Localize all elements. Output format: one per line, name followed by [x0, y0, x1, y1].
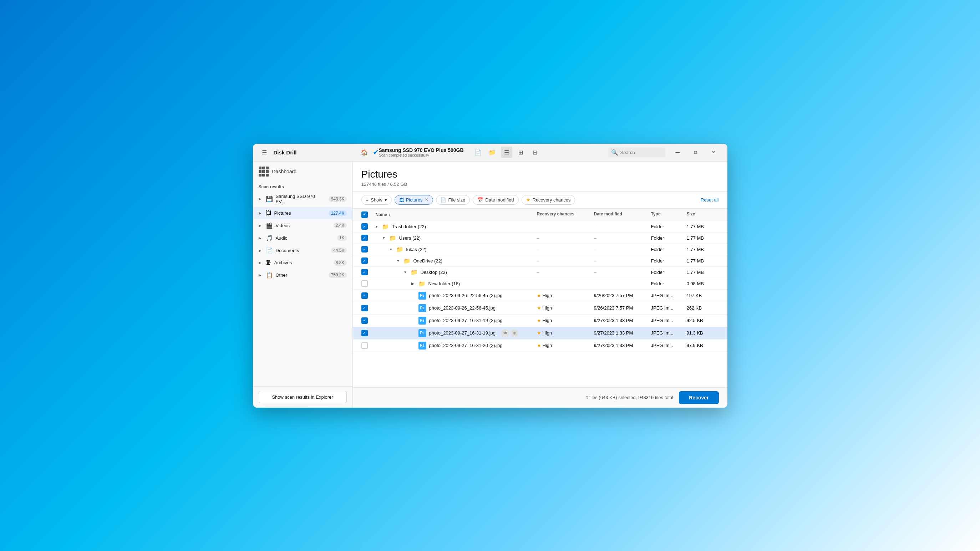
- row-checkbox[interactable]: [361, 305, 368, 311]
- table-row[interactable]: Ps photo_2023-09-26_22-56-45.jpg ★ High …: [353, 302, 727, 314]
- hamburger-menu-button[interactable]: ☰: [259, 146, 270, 158]
- expand-collapse-icon[interactable]: ▾: [390, 247, 392, 252]
- folder-icon: 📁: [404, 257, 410, 264]
- folder-icon: 📁: [410, 269, 418, 276]
- filter-bar: ≡ Show ▾ 🖼 Pictures ✕ 📄 File size 📅 Date…: [353, 192, 727, 209]
- window-body: Dashboard Scan results ▶ 💾 Samsung SSD 9…: [253, 162, 727, 408]
- ps-file-icon: Ps: [418, 304, 426, 312]
- row-checkbox[interactable]: [361, 269, 368, 275]
- table-row[interactable]: Ps photo_2023-09-27_16-31-19.jpg 👁 # ★ H…: [353, 327, 727, 340]
- sidebar-archives-label: Archives: [274, 260, 331, 265]
- size-val: 1.77 MB: [687, 258, 719, 264]
- row-checkbox[interactable]: [361, 318, 368, 324]
- pictures-filter-icon: 🖼: [399, 197, 404, 203]
- size-val: 97.9 KB: [687, 343, 719, 348]
- expand-collapse-icon[interactable]: ▶: [411, 281, 414, 286]
- split-view-button[interactable]: ⊟: [530, 146, 541, 158]
- sidebar-dashboard-item[interactable]: Dashboard: [253, 162, 352, 181]
- table-row[interactable]: Ps photo_2023-09-26_22-56-45 (2).jpg ★ H…: [353, 290, 727, 302]
- row-checkbox[interactable]: [361, 246, 368, 252]
- pictures-filter-remove[interactable]: ✕: [425, 197, 428, 202]
- file-size-icon: 📄: [441, 197, 446, 203]
- search-input[interactable]: [620, 150, 662, 155]
- date-val: 9/26/2023 7:57 PM: [594, 305, 651, 311]
- folder-icon-button[interactable]: 📁: [487, 146, 498, 158]
- sidebar-item-audio[interactable]: ▶ 🎵 Audio 1K: [253, 232, 352, 244]
- row-checkbox[interactable]: [361, 342, 368, 349]
- show-explorer-button[interactable]: Show scan results in Explorer: [259, 391, 347, 403]
- device-info: Samsung SSD 970 EVO Plus 500GB Scan comp…: [379, 147, 464, 157]
- hash-action-button[interactable]: #: [511, 329, 519, 337]
- date-modified-label: Date modified: [485, 197, 514, 203]
- reset-all-button[interactable]: Reset all: [701, 197, 719, 203]
- show-filter-button[interactable]: ≡ Show ▾: [361, 195, 392, 205]
- maximize-button[interactable]: □: [687, 146, 704, 158]
- sidebar-item-documents[interactable]: ▶ 📄 Documents 44.5K: [253, 244, 352, 257]
- file-name: photo_2023-09-26_22-56-45.jpg: [429, 305, 496, 311]
- name-column-header[interactable]: Name ↓: [375, 211, 537, 218]
- drive-icon: 💾: [266, 195, 273, 202]
- row-checkbox[interactable]: [361, 292, 368, 299]
- expand-collapse-icon[interactable]: ▾: [397, 259, 399, 263]
- row-checkbox[interactable]: [361, 223, 368, 230]
- date-val: 9/27/2023 1:33 PM: [594, 330, 651, 336]
- home-button[interactable]: 🏠: [358, 146, 370, 158]
- list-view-button[interactable]: ☰: [501, 146, 512, 158]
- file-table: Name ↓ Recovery chances Date modified Ty…: [353, 209, 727, 387]
- preview-action-button[interactable]: 👁: [501, 329, 509, 337]
- row-checkbox-col: [361, 280, 375, 287]
- row-checkbox[interactable]: [361, 330, 368, 336]
- recovery-chances-column-header: Recovery chances: [537, 211, 594, 218]
- table-row[interactable]: ▾ 📁 Desktop (22) – – Folder 1.77 MB: [353, 267, 727, 278]
- size-val: 1.77 MB: [687, 247, 719, 252]
- recovery-chances-filter-button[interactable]: ★ Recovery chances: [522, 195, 576, 205]
- close-button[interactable]: ✕: [705, 146, 722, 158]
- document-icon-button[interactable]: 📄: [473, 146, 484, 158]
- search-icon: 🔍: [611, 149, 618, 156]
- table-row[interactable]: ▾ 📁 lukas (22) – – Folder 1.77 MB: [353, 244, 727, 256]
- star-icon: ★: [537, 305, 541, 311]
- row-checkbox[interactable]: [361, 280, 368, 287]
- name-col-label: Name: [375, 212, 387, 217]
- file-name-cell: ▾ 📁 Desktop (22): [375, 269, 537, 276]
- type-column-header: Type: [651, 211, 687, 218]
- sidebar-item-pictures[interactable]: ▶ 🖼 Pictures 127.4K: [253, 207, 352, 219]
- size-val: 262 KB: [687, 305, 719, 311]
- table-row[interactable]: Ps photo_2023-09-27_16-31-20 (2).jpg ★ H…: [353, 340, 727, 352]
- row-checkbox-col: [361, 246, 375, 252]
- expand-collapse-icon[interactable]: ▾: [383, 236, 385, 240]
- table-row[interactable]: ▾ 📁 OneDrive (22) – – Folder 1.77 MB: [353, 256, 727, 267]
- table-row[interactable]: ▾ 📁 Trash folder (22) – – Folder 1.77 MB: [353, 221, 727, 232]
- date-val: 9/26/2023 7:57 PM: [594, 293, 651, 298]
- sidebar-item-samsung[interactable]: ▶ 💾 Samsung SSD 970 EV... 943.3K: [253, 191, 352, 207]
- page-title: Pictures: [361, 169, 719, 180]
- dashboard-label: Dashboard: [272, 169, 297, 175]
- scan-results-section-title: Scan results: [253, 181, 352, 191]
- search-box[interactable]: 🔍: [608, 148, 665, 157]
- select-all-checkbox[interactable]: [361, 211, 368, 218]
- row-checkbox[interactable]: [361, 235, 368, 241]
- expand-collapse-icon[interactable]: ▾: [404, 270, 406, 275]
- sidebar-item-videos[interactable]: ▶ 🎬 Videos 2.4K: [253, 219, 352, 232]
- expand-collapse-icon[interactable]: ▾: [375, 224, 378, 229]
- table-row[interactable]: ▶ 📁 New folder (16) – – Folder 0.98 MB: [353, 278, 727, 290]
- table-row[interactable]: Ps photo_2023-09-27_16-31-19 (2).jpg ★ H…: [353, 314, 727, 327]
- file-size-filter-button[interactable]: 📄 File size: [436, 195, 470, 205]
- sidebar-videos-label: Videos: [276, 223, 331, 228]
- minimize-button[interactable]: —: [670, 146, 686, 158]
- table-row[interactable]: ▾ 📁 Users (22) – – Folder 1.77 MB: [353, 232, 727, 244]
- star-icon: ★: [537, 293, 541, 298]
- row-checkbox[interactable]: [361, 257, 368, 264]
- recover-button[interactable]: Recover: [679, 391, 719, 404]
- pictures-filter-button[interactable]: 🖼 Pictures ✕: [395, 195, 433, 205]
- sidebar-audio-label: Audio: [276, 235, 334, 241]
- date-modified-icon: 📅: [477, 197, 483, 203]
- date-modified-filter-button[interactable]: 📅 Date modified: [473, 195, 519, 205]
- pictures-filter-label: Pictures: [406, 197, 423, 203]
- file-name-cell: Ps photo_2023-09-27_16-31-20 (2).jpg: [375, 341, 537, 349]
- sidebar-item-archives[interactable]: ▶ 🗜 Archives 8.8K: [253, 257, 352, 269]
- ps-file-icon: Ps: [418, 317, 426, 324]
- sidebar-item-other[interactable]: ▶ 📋 Other 759.2K: [253, 269, 352, 281]
- sidebar-archives-count: 8.8K: [334, 260, 347, 266]
- grid-view-button[interactable]: ⊞: [515, 146, 527, 158]
